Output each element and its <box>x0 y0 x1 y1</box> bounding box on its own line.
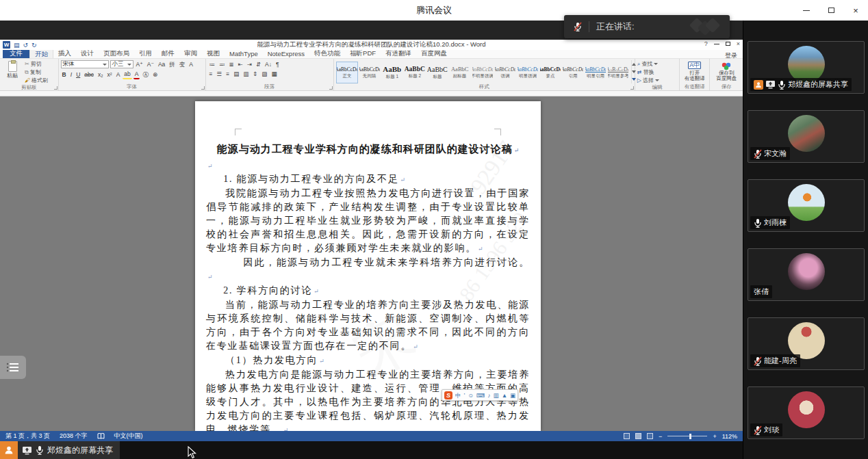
document-page[interactable]: 92917 86 1596 929 宋 能源与动力工程专业学科方向的凝练和科研团… <box>195 101 541 431</box>
word-close-icon[interactable]: × <box>737 40 740 47</box>
participant-tile-1[interactable]: 郑煜鑫的屏幕共享 <box>748 41 865 94</box>
undo-icon[interactable]: ↺ <box>23 42 29 49</box>
style-chip-2[interactable]: AaBbCcDd无间隔 <box>359 62 381 83</box>
ribbon-tab-13[interactable]: 福昕PDF <box>345 49 381 58</box>
language-indicator[interactable]: 中文(中国) <box>114 432 143 441</box>
participant-tile-5[interactable]: 能建-周亮 <box>748 317 865 370</box>
style-chip-3[interactable]: AaBb标题 1 <box>381 62 403 83</box>
zoom-percentage[interactable]: 112% <box>722 433 737 440</box>
ime-tool-7[interactable]: ▲ <box>502 391 507 399</box>
web-layout-icon[interactable] <box>647 433 653 439</box>
ribbon-tab-1[interactable]: 文件 <box>3 49 29 58</box>
zoom-in-icon[interactable]: + <box>713 433 716 440</box>
ribbon-tab-5[interactable]: 页面布局 <box>99 49 134 58</box>
replace-button[interactable]: ⇄替换 <box>637 68 654 76</box>
para-tool2-2[interactable]: ☰ <box>216 70 224 78</box>
maximize-icon[interactable] <box>826 5 837 16</box>
para-tool2-1[interactable]: ≡ <box>208 70 214 78</box>
minimize-icon[interactable] <box>801 5 812 16</box>
style-chip-12[interactable]: AaBbCcDd明显引用 <box>585 62 607 83</box>
page-indicator[interactable]: 第 1 页，共 3 页 <box>5 432 50 441</box>
para-tool2-4[interactable]: ▤ <box>232 70 240 78</box>
paste-button[interactable]: 粘贴 <box>2 60 23 84</box>
font-tool2-4[interactable]: abc <box>83 70 95 79</box>
word-count[interactable]: 2038 个字 <box>60 432 88 441</box>
para-tool2-8[interactable]: ▦ <box>270 70 278 78</box>
ime-tool-3[interactable]: ☺ <box>468 391 474 399</box>
participant-tile-3[interactable]: 刘雨楝 <box>748 179 865 232</box>
read-mode-icon[interactable] <box>624 433 630 439</box>
font-tool-6[interactable]: A <box>188 60 194 68</box>
word-minimize-icon[interactable] <box>714 44 719 44</box>
style-chip-8[interactable]: AaBbCcDd强调 <box>494 62 516 83</box>
ime-tool-6[interactable]: ▥ <box>494 391 499 399</box>
select-button[interactable]: ▷选择 <box>637 77 659 84</box>
proofing-error-icon[interactable] <box>97 433 105 440</box>
ribbon-tab-10[interactable]: MathType <box>225 49 263 58</box>
participant-tile-2[interactable]: 宋文瀚 <box>748 110 865 163</box>
format-painter-button[interactable]: 🖌格式刷 <box>25 77 48 84</box>
ime-tool-4[interactable]: ⌨ <box>476 391 485 399</box>
find-button[interactable]: ⌕查找 <box>637 60 658 68</box>
dialog-launcher-icon[interactable] <box>329 86 333 90</box>
speaking-indicator-panel[interactable]: 正在讲话: <box>564 15 730 38</box>
screen-share-banner[interactable]: 郑煜鑫的屏幕共享 <box>0 441 120 459</box>
participant-tile-6[interactable]: 刘琰 <box>748 386 865 439</box>
copy-button[interactable]: ⧉复制 <box>25 68 48 76</box>
style-chip-10[interactable]: AaBbCcDd要点 <box>539 62 561 83</box>
style-chip-1[interactable]: AaBbCcDd正文 <box>336 62 358 83</box>
para-tool-1[interactable]: ≔ <box>208 60 217 68</box>
para-tool2-6[interactable]: ⇕ <box>251 70 259 78</box>
save-icon[interactable]: ▤ <box>14 42 20 49</box>
style-chip-5[interactable]: AaBbC标题 <box>426 62 448 83</box>
ime-tool-1[interactable]: 中 <box>455 391 461 399</box>
sogou-ime-toolbar[interactable]: S 中’☺⌨♪▥▲▣ <box>442 389 518 401</box>
style-chip-9[interactable]: AaBbCcDd明显强调 <box>517 62 539 83</box>
ribbon-tab-8[interactable]: 审阅 <box>179 49 202 58</box>
style-chip-13[interactable]: AaBaCcDd不明显参考 <box>607 62 629 83</box>
font-tool-4[interactable]: 拼 <box>168 60 177 68</box>
ribbon-tab-6[interactable]: 引用 <box>134 49 157 58</box>
font-name-select[interactable]: 宋体 <box>61 60 109 68</box>
para-tool-5[interactable]: ⇥ <box>246 60 253 68</box>
ribbon-tab-2[interactable]: 开始 <box>29 49 53 58</box>
font-tool2-5[interactable]: x₂ <box>97 70 105 79</box>
cut-button[interactable]: ✂剪切 <box>25 60 48 68</box>
style-chip-7[interactable]: AoBbCcDd不明显强调 <box>472 62 494 83</box>
font-tool-3[interactable]: Aa <box>157 60 166 68</box>
font-tool2-3[interactable]: U <box>75 70 81 79</box>
para-tool-6[interactable]: ⇵ <box>255 60 262 68</box>
participant-tile-4[interactable]: 张倩 <box>748 248 865 301</box>
style-chip-6[interactable]: AaBbC副标题 <box>449 62 471 83</box>
baidu-netdisk-save-button[interactable]: 保存到 百度网盘 <box>715 60 738 83</box>
style-chip-11[interactable]: AaBbCcDd引用 <box>562 62 584 83</box>
ime-tool-8[interactable]: ▣ <box>510 391 515 399</box>
ribbon-tab-3[interactable]: 插入 <box>53 49 76 58</box>
ribbon-tab-12[interactable]: 特色功能 <box>309 49 345 58</box>
help-icon[interactable]: ? <box>704 40 708 47</box>
dialog-launcher-icon[interactable] <box>54 86 58 90</box>
para-tool2-7[interactable]: ▨ <box>260 70 268 78</box>
font-tool2-9[interactable]: A <box>133 70 140 79</box>
para-tool2-3[interactable]: ≡ <box>225 70 231 78</box>
font-tool2-11[interactable]: ⊕ <box>151 70 159 79</box>
ribbon-tab-11[interactable]: NoteExpress <box>263 49 309 58</box>
word-restore-icon[interactable] <box>726 42 730 46</box>
font-tool2-2[interactable]: I <box>69 70 73 79</box>
ribbon-tab-4[interactable]: 设计 <box>76 49 99 58</box>
font-tool2-8[interactable]: ab <box>123 70 131 79</box>
para-tool-2[interactable]: ≕ <box>218 60 227 68</box>
font-size-select[interactable]: 小三 <box>110 60 133 68</box>
ribbon-tab-14[interactable]: 有道翻译 <box>381 49 416 58</box>
font-tool2-10[interactable]: Ⓐ <box>141 70 150 79</box>
ribbon-tab-9[interactable]: 视图 <box>202 49 225 58</box>
font-tool-1[interactable]: A⁺ <box>135 60 144 68</box>
font-tool-5[interactable]: 变 <box>178 60 187 68</box>
ime-tool-2[interactable]: ’ <box>464 391 465 399</box>
para-tool-8[interactable]: ¶ <box>275 60 281 68</box>
para-tool2-5[interactable]: ▥ <box>242 70 250 78</box>
font-tool2-1[interactable]: B <box>61 70 68 79</box>
close-icon[interactable]: × <box>850 5 861 16</box>
annotation-panel-toggle[interactable] <box>0 356 26 379</box>
redo-icon[interactable]: ↻ <box>31 42 37 49</box>
